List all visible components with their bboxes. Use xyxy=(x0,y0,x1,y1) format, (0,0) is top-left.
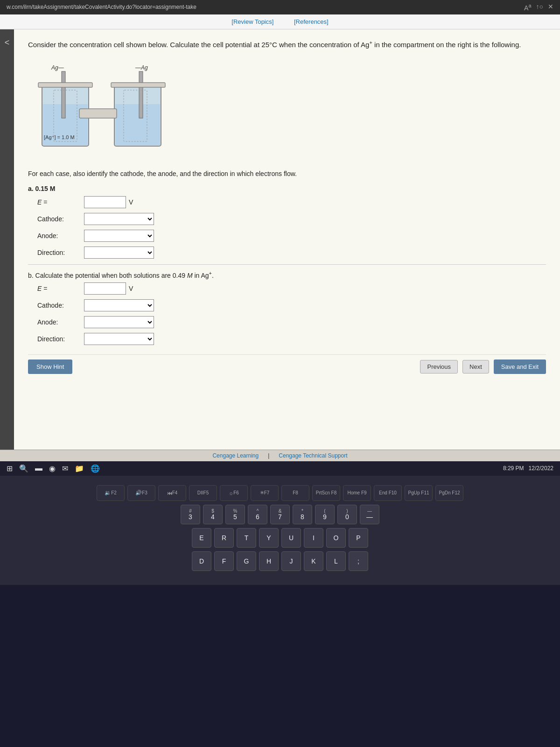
key-minus[interactable]: — — xyxy=(360,505,379,524)
show-hint-button[interactable]: Show Hint xyxy=(28,359,72,374)
key-f8[interactable]: F8 xyxy=(281,485,309,501)
part-a-anode-select[interactable]: Left compartment Right compartment xyxy=(84,230,154,242)
key-4-bot: 4 xyxy=(211,514,215,520)
mail-icon[interactable]: ✉ xyxy=(62,464,68,473)
key-f5[interactable]: DII F5 xyxy=(189,485,217,501)
part-a-anode-label: Anode: xyxy=(37,232,84,240)
key-f6[interactable]: ☼ F6 xyxy=(220,485,248,501)
key-5[interactable]: % 5 xyxy=(225,505,245,524)
part-b-anode-label: Anode: xyxy=(37,318,84,326)
key-o[interactable]: O xyxy=(326,528,346,548)
previous-button[interactable]: Previous xyxy=(420,360,458,374)
key-f4[interactable]: ⏮ F4 xyxy=(158,485,186,501)
footer-bar: Cengage Learning | Cengage Technical Sup… xyxy=(0,450,560,461)
kb-row-qwerty: E R T Y U I O P xyxy=(192,528,368,548)
part-b-e-label: E = xyxy=(37,285,84,292)
key-6[interactable]: ^ 6 xyxy=(248,505,267,524)
key-h[interactable]: H xyxy=(259,551,279,571)
key-8[interactable]: * 8 xyxy=(293,505,312,524)
browser-icon[interactable]: ◉ xyxy=(49,464,56,473)
kb-row-asdf: D F G H J K L ; xyxy=(192,551,368,571)
key-t[interactable]: T xyxy=(237,528,256,548)
key-end[interactable]: End F10 xyxy=(374,485,402,501)
svg-rect-6 xyxy=(139,71,143,118)
cengage-support-link[interactable]: Cengage Technical Support xyxy=(279,452,347,459)
key-7[interactable]: & 7 xyxy=(270,505,290,524)
key-0[interactable]: ) 0 xyxy=(337,505,357,524)
key-6-bot: 6 xyxy=(256,514,259,520)
svg-rect-5 xyxy=(62,71,65,118)
key-0-bot: 0 xyxy=(345,514,349,520)
part-a-direction-select[interactable]: Left to right Right to left xyxy=(84,247,154,259)
part-a-cathode-select[interactable]: Left compartment Right compartment xyxy=(84,213,154,225)
beaker-area: Ag— —Ag [Ag⁺] = 1.0 M xyxy=(28,57,546,160)
search-icon[interactable]: 🔍 xyxy=(19,464,28,473)
part-b-direction-row: Direction: Left to right Right to left xyxy=(28,333,546,345)
part-a-label: a. 0.15 M xyxy=(28,185,546,192)
key-l[interactable]: L xyxy=(326,551,346,571)
key-3[interactable]: # 3 xyxy=(181,505,200,524)
key-i[interactable]: I xyxy=(304,528,323,548)
part-b-e-input[interactable] xyxy=(84,282,126,295)
key-f2[interactable]: 🔉 F2 xyxy=(97,485,125,501)
back-arrow-icon[interactable]: < xyxy=(5,38,10,48)
svg-rect-3 xyxy=(115,104,160,145)
key-9[interactable]: ( 9 xyxy=(315,505,335,524)
content-wrapper: < Consider the concentration cell shown … xyxy=(0,29,560,450)
part-a-cathode-label: Cathode: xyxy=(37,215,84,223)
cengage-learning-link[interactable]: Cengage Learning xyxy=(212,452,259,459)
part-b-cathode-select[interactable]: Left compartment Right compartment xyxy=(84,299,154,311)
svg-text:Ag—: Ag— xyxy=(51,64,64,71)
save-and-exit-button[interactable]: Save and Exit xyxy=(494,359,546,374)
review-topics-link[interactable]: [Review Topics] xyxy=(231,18,273,25)
settings-icon: ✕ xyxy=(548,3,553,12)
chrome-icon[interactable]: 🌐 xyxy=(91,464,100,473)
footer-separator: | xyxy=(268,452,269,459)
part-b-anode-select[interactable]: Left compartment Right compartment xyxy=(84,316,154,328)
key-5-bot: 5 xyxy=(233,514,237,520)
part-b-direction-select[interactable]: Left to right Right to left xyxy=(84,333,154,345)
browser-bar: w.com/ilrn/takeAssignment/takeCovalentAc… xyxy=(0,0,560,14)
key-u[interactable]: U xyxy=(281,528,301,548)
svg-rect-8 xyxy=(111,83,165,87)
key-semicolon[interactable]: ; xyxy=(349,551,368,571)
key-d[interactable]: D xyxy=(192,551,211,571)
key-8-bot: 8 xyxy=(301,514,304,520)
svg-text:—Ag: —Ag xyxy=(135,64,148,71)
top-nav: [Review Topics] [References] xyxy=(0,14,560,29)
main-content: Consider the concentration cell shown be… xyxy=(14,29,560,450)
key-f9[interactable]: PrtScn F8 xyxy=(312,485,340,501)
part-b-e-row: E = V xyxy=(28,282,546,295)
references-link[interactable]: [References] xyxy=(294,18,329,25)
folder-icon[interactable]: 📁 xyxy=(75,464,84,473)
key-k[interactable]: K xyxy=(304,551,323,571)
part-a-e-row: E = V xyxy=(28,196,546,208)
key-r[interactable]: R xyxy=(214,528,234,548)
key-y[interactable]: Y xyxy=(259,528,279,548)
start-icon[interactable]: ⊞ xyxy=(7,464,13,473)
section-divider xyxy=(28,264,546,265)
key-home[interactable]: Home F9 xyxy=(343,485,371,501)
key-e[interactable]: E xyxy=(192,528,211,548)
keyboard-area: 🔉 F2 🔊 F3 ⏮ F4 DII F5 ☼ F6 ✳ F7 xyxy=(0,476,560,585)
key-4[interactable]: $ 4 xyxy=(203,505,223,524)
read-icon: ↑○ xyxy=(536,3,543,12)
key-pgdn[interactable]: PgDn F12 xyxy=(435,485,463,501)
key-pgup[interactable]: PgUp F11 xyxy=(405,485,433,501)
key-g[interactable]: G xyxy=(237,551,256,571)
key-minus-bot: — xyxy=(366,514,373,520)
bottom-bar: Show Hint Previous Next Save and Exit xyxy=(28,354,546,374)
next-button[interactable]: Next xyxy=(462,360,489,374)
task-icon[interactable]: ▬ xyxy=(35,464,42,472)
key-f3[interactable]: 🔊 F3 xyxy=(127,485,155,501)
part-a-direction-row: Direction: Left to right Right to left xyxy=(28,247,546,259)
key-p[interactable]: P xyxy=(349,528,368,548)
key-f7[interactable]: ✳ F7 xyxy=(251,485,279,501)
key-f[interactable]: F xyxy=(214,551,234,571)
part-b-anode-row: Anode: Left compartment Right compartmen… xyxy=(28,316,546,328)
part-a-e-input[interactable] xyxy=(84,196,126,208)
key-j[interactable]: J xyxy=(281,551,301,571)
part-a-e-label: E = xyxy=(37,198,84,206)
page-wrapper: w.com/ilrn/takeAssignment/takeCovalentAc… xyxy=(0,0,560,585)
taskbar: ⊞ 🔍 ▬ ◉ ✉ 📁 🌐 8:29 PM 12/2/2022 xyxy=(0,461,560,476)
